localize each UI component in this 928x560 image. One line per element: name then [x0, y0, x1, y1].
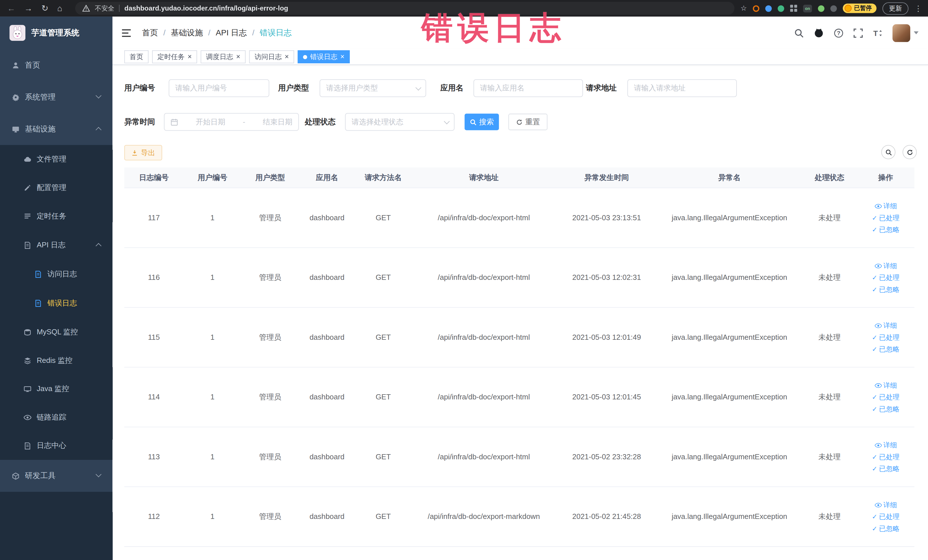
export-button[interactable]: 导出: [124, 145, 162, 160]
refresh-table-button[interactable]: [903, 145, 917, 159]
detail-link[interactable]: 详细: [875, 441, 897, 450]
cell-request-url: /api/infra/db-doc/export-html: [411, 214, 556, 222]
mark-ignored-link[interactable]: ✓已忽略: [872, 404, 899, 414]
chevron-down-icon: [914, 31, 919, 34]
mark-ignored-link[interactable]: ✓已忽略: [872, 464, 899, 473]
tags-view: 首页 定时任务 × 调度日志 × 访问日志 × 错误日志 ×: [112, 49, 928, 65]
vue-devtools-icon[interactable]: [778, 5, 784, 12]
mark-processed-link[interactable]: ✓已处理: [872, 333, 899, 342]
sidebar-item-file-manage[interactable]: 文件管理: [0, 145, 112, 174]
sidebar-item-redis-monitor[interactable]: Redis 监控: [0, 346, 112, 375]
col-method: 请求方法名: [355, 172, 411, 183]
user-id-input[interactable]: [169, 79, 269, 97]
sidebar-item-java-monitor[interactable]: Java 监控: [0, 375, 112, 403]
sidebar-item-api-log[interactable]: API 日志: [0, 230, 112, 260]
tag-schedule-log[interactable]: 调度日志 ×: [200, 50, 246, 63]
font-size-icon[interactable]: T: [873, 28, 882, 38]
mark-processed-link[interactable]: ✓已处理: [872, 512, 899, 521]
chevron-down-icon: [444, 118, 450, 124]
fullscreen-icon[interactable]: [853, 28, 863, 38]
exception-time-label: 异常时间: [124, 113, 155, 131]
extension-icon-green[interactable]: [818, 5, 824, 12]
forward-icon[interactable]: →: [24, 3, 32, 13]
extension-icon-blue[interactable]: [765, 5, 772, 12]
mark-ignored-link[interactable]: ✓已忽略: [872, 345, 899, 354]
close-icon[interactable]: ×: [340, 53, 345, 61]
sidebar-item-mysql-monitor[interactable]: MySQL 监控: [0, 318, 112, 346]
bookmark-star-icon[interactable]: ☆: [740, 4, 747, 12]
extension-icon-ring[interactable]: [753, 5, 759, 12]
mark-processed-link[interactable]: ✓已处理: [872, 273, 899, 282]
sidebar-filler: [0, 492, 112, 560]
mark-processed-link[interactable]: ✓已处理: [872, 393, 899, 402]
process-status-select[interactable]: 请选择处理状态: [345, 113, 455, 131]
table-row: 112 1 管理员 dashboard GET /api/infra/db-do…: [124, 487, 914, 547]
cell-actions: 详细 ✓已处理 ✓已忽略: [857, 201, 914, 234]
mark-ignored-link[interactable]: ✓已忽略: [872, 225, 899, 234]
close-icon[interactable]: ×: [285, 53, 289, 61]
reset-button[interactable]: 重置: [508, 113, 548, 130]
cell-log-id: 112: [124, 513, 183, 521]
user-menu[interactable]: [893, 24, 919, 42]
mark-processed-link[interactable]: ✓已处理: [872, 214, 899, 222]
cell-exception-time: 2021-05-03 23:13:51: [556, 214, 657, 222]
check-icon: ✓: [872, 226, 877, 233]
mark-ignored-link[interactable]: ✓已忽略: [872, 285, 899, 294]
address-bar[interactable]: 不安全 dashboard.yudao.iocoder.cn/infra/log…: [75, 2, 734, 15]
request-url-input[interactable]: [627, 79, 737, 97]
breadcrumb-home[interactable]: 首页: [142, 27, 158, 38]
hamburger-icon[interactable]: [122, 29, 131, 37]
sidebar-item-error-log[interactable]: 错误日志: [0, 289, 112, 318]
browser-menu-icon[interactable]: ⋮: [914, 4, 922, 12]
sidebar-item-config-manage[interactable]: 配置管理: [0, 174, 112, 202]
extension-on-badge[interactable]: on: [803, 5, 812, 12]
tag-scheduled-jobs[interactable]: 定时任务 ×: [152, 50, 197, 63]
sidebar-item-trace[interactable]: 链路追踪: [0, 403, 112, 432]
cell-method: GET: [355, 273, 411, 282]
back-icon[interactable]: ←: [7, 3, 15, 13]
detail-link[interactable]: 详细: [875, 321, 897, 330]
close-icon[interactable]: ×: [188, 53, 192, 61]
exception-time-range-picker[interactable]: 开始日期 - 结束日期: [164, 113, 299, 131]
tag-error-log[interactable]: 错误日志 ×: [298, 50, 350, 63]
detail-link[interactable]: 详细: [875, 261, 897, 270]
breadcrumb-separator: /: [208, 29, 211, 37]
home-icon[interactable]: ⌂: [57, 3, 63, 13]
app-name-input[interactable]: [473, 79, 583, 97]
sidebar-item-dev-tools[interactable]: 研发工具: [0, 460, 112, 492]
close-icon[interactable]: ×: [236, 53, 241, 61]
screenshot-root: ← → ↻ ⌂ 不安全 dashboard.yudao.iocoder.cn/i…: [0, 0, 928, 560]
monitor-icon: [12, 125, 20, 133]
search-icon[interactable]: [794, 28, 804, 38]
sidebar-item-log-center[interactable]: 日志中心: [0, 431, 112, 460]
help-icon[interactable]: ?: [834, 28, 843, 38]
annotation-overlay-title: 错误日志: [421, 7, 566, 50]
breadcrumb-infra[interactable]: 基础设施: [171, 27, 203, 38]
reload-icon[interactable]: ↻: [41, 3, 48, 13]
table-row: 115 1 管理员 dashboard GET /api/infra/db-do…: [124, 308, 914, 368]
sidebar-item-home[interactable]: 首页: [0, 49, 112, 81]
github-icon[interactable]: [814, 28, 824, 38]
mark-processed-link[interactable]: ✓已处理: [872, 452, 899, 461]
detail-link[interactable]: 详细: [875, 381, 897, 390]
mark-ignored-link[interactable]: ✓已忽略: [872, 524, 899, 533]
search-button[interactable]: 搜索: [465, 113, 499, 130]
sidebar-item-system[interactable]: 系统管理: [0, 81, 112, 113]
detail-link[interactable]: 详细: [875, 500, 897, 509]
detail-link[interactable]: 详细: [875, 201, 897, 210]
sidebar-item-access-log[interactable]: 访问日志: [0, 260, 112, 289]
tag-access-log[interactable]: 访问日志 ×: [249, 50, 294, 63]
user-type-select[interactable]: 请选择用户类型: [319, 79, 426, 97]
browser-update-button[interactable]: 更新: [882, 2, 908, 15]
apps-grid-icon[interactable]: [790, 5, 797, 12]
extension-icon-dark[interactable]: [830, 5, 837, 12]
paused-badge[interactable]: 已暂停: [843, 3, 876, 13]
sidebar-item-scheduled-jobs[interactable]: 定时任务: [0, 202, 112, 230]
breadcrumb-api-log[interactable]: API 日志: [216, 27, 247, 38]
cell-user-type: 管理员: [241, 272, 299, 282]
sidebar-item-infra[interactable]: 基础设施: [0, 113, 112, 145]
cell-app-name: dashboard: [299, 333, 355, 342]
app-logo[interactable]: 芋道管理系统: [0, 17, 112, 49]
tag-home[interactable]: 首页: [124, 50, 149, 63]
toggle-search-button[interactable]: [881, 145, 896, 159]
